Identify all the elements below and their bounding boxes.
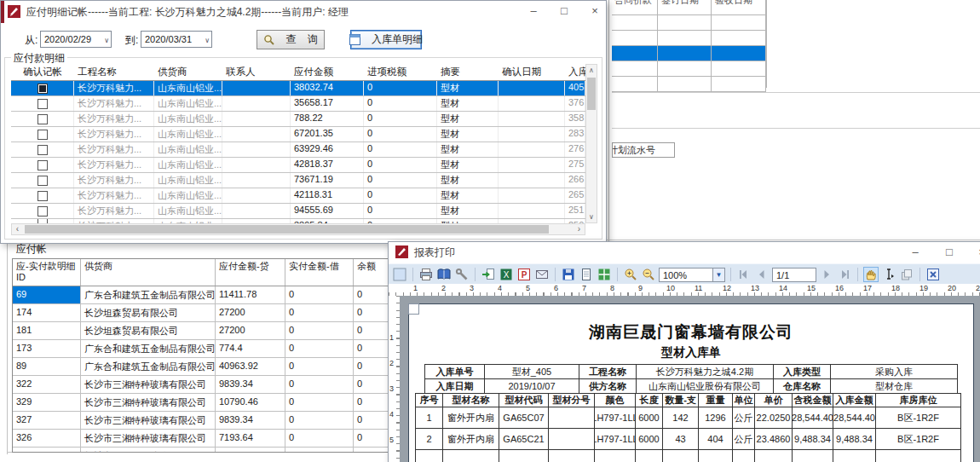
minimize-button[interactable]: –: [904, 242, 926, 264]
vertical-scrollbar[interactable]: ∧ ∨: [585, 64, 597, 223]
grid-cell: [712, 61, 766, 76]
summary-cell: 型材: [437, 96, 499, 111]
close-button[interactable]: ×: [584, 1, 606, 23]
payable-detail-window: 应付明细记帐------当前工程: 长沙万科魅力之城4.2期------当前用户…: [0, 0, 607, 244]
text-select-icon[interactable]: [881, 267, 896, 282]
to-date-select[interactable]: 2020/03/31∨: [141, 31, 212, 48]
book-preview-icon[interactable]: [436, 267, 452, 282]
close-preview-icon[interactable]: [925, 267, 941, 282]
payables-row[interactable]: 181长沙坦森贸易有限公司2720000: [13, 322, 389, 340]
column-header: 确认日期: [499, 64, 565, 80]
payable-row[interactable]: 长沙万科魅力...山东南山铝业...35658.170型材376: [11, 96, 585, 112]
confirm-checkbox[interactable]: [37, 99, 48, 109]
scroll-right-arrow[interactable]: ›: [574, 224, 585, 234]
payables-row[interactable]: 173广东合和建筑五金制品有限公司774.400: [13, 340, 389, 358]
zoom-in-icon[interactable]: [623, 267, 638, 282]
print-icon[interactable]: [418, 267, 434, 282]
close-button[interactable]: ×: [971, 242, 980, 264]
payables-row[interactable]: 69广东合和建筑五金制品有限公司11411.7800: [13, 286, 389, 304]
pdf-export-icon[interactable]: P: [516, 267, 532, 282]
confirm-checkbox[interactable]: [37, 145, 48, 155]
zoom-out-icon[interactable]: [641, 267, 656, 282]
detail-cell: B区-1R2F: [876, 429, 961, 450]
ruler-number: 12: [723, 284, 731, 292]
contact-cell: [222, 127, 291, 141]
payables-row[interactable]: 322长沙市三湘特种玻璃有限公司9839.3400: [13, 376, 389, 394]
confirm-checkbox[interactable]: [37, 114, 48, 124]
payable-row[interactable]: 长沙万科魅力...山东南山铝业...67201.350型材283: [11, 127, 585, 142]
payable-amount-cell: 774.4: [216, 340, 285, 357]
from-date-select[interactable]: 2020/02/29∨: [40, 31, 112, 48]
desktop: { "glyphs": {"minimize":"–","maximize":"…: [0, 0, 980, 462]
payables-row[interactable]: 327长沙市三湘特种玻璃有限公司9839.3400: [13, 412, 389, 430]
settings-icon[interactable]: [454, 267, 470, 282]
export-icon[interactable]: [481, 267, 496, 282]
background-grid-row[interactable]: [612, 31, 766, 46]
maximize-button[interactable]: □: [938, 242, 960, 264]
scrollbar-thumb[interactable]: [25, 225, 549, 234]
payable-row[interactable]: 长沙万科魅力...山东南山铝业...788.220型材358: [11, 112, 585, 127]
plan-serial-field[interactable]: 计划流水号: [612, 142, 675, 158]
first-page-icon[interactable]: [736, 267, 752, 282]
paid-amount-cell: 0: [285, 358, 354, 375]
ruler-number: 5: [389, 436, 394, 444]
last-page-icon[interactable]: [837, 267, 852, 282]
inbound-detail-button[interactable]: 入库单明细: [350, 30, 422, 49]
zoom-level-select[interactable]: 100%▼: [659, 268, 725, 282]
hand-tool-icon[interactable]: [863, 267, 879, 282]
next-page-icon[interactable]: [819, 267, 834, 282]
payable-row[interactable]: 长沙万科魅力...山东南山铝业...94555.690型材251: [11, 204, 585, 219]
payables-row[interactable]: 329长沙市三湘特种玻璃有限公司10790.4600: [13, 394, 389, 412]
chevron-down-icon[interactable]: ▼: [712, 269, 724, 281]
payables-row[interactable]: 长沙市三湘特种玻璃有限公司: [13, 448, 389, 452]
scroll-up-arrow[interactable]: ∧: [586, 65, 597, 76]
title-bar[interactable]: 报表打印 – □ ×: [389, 242, 980, 263]
info-label: 入库类型: [774, 365, 831, 379]
payables-row[interactable]: 326长沙市三湘特种玻璃有限公司7193.6400: [13, 430, 389, 448]
page-setup-icon[interactable]: [392, 267, 407, 282]
ruler-number: 14: [779, 284, 787, 292]
confirm-checkbox[interactable]: [37, 206, 48, 217]
confirm-checkbox[interactable]: [37, 176, 48, 186]
title-bar[interactable]: 应付明细记帐------当前工程: 长沙万科魅力之城4.2期------当前用户…: [1, 1, 606, 23]
email-icon[interactable]: [534, 267, 550, 282]
save-icon[interactable]: [561, 267, 576, 282]
background-grid-row[interactable]: [612, 77, 766, 92]
previous-page-icon[interactable]: [754, 267, 770, 282]
detail-cell: [549, 450, 595, 462]
scroll-down-arrow[interactable]: ∨: [586, 211, 597, 222]
payable-row[interactable]: 长沙万科魅力...山东南山铝业...42118.310型材265: [11, 188, 585, 204]
minimize-button[interactable]: –: [522, 1, 545, 23]
payable-row[interactable]: 长沙万科魅力...山东南山铝业...38032.740型材405: [11, 81, 585, 96]
copy-page-icon[interactable]: [899, 267, 914, 282]
horizontal-scrollbar[interactable]: ‹ ›: [11, 223, 585, 235]
project-cell: 长沙万科魅力...: [74, 96, 154, 111]
maximize-button[interactable]: □: [553, 1, 575, 23]
multi-page-icon[interactable]: [597, 267, 612, 282]
background-grid-row[interactable]: [612, 61, 766, 77]
confirm-checkbox[interactable]: [37, 84, 48, 94]
print-preview-area[interactable]: 湖南巨晟门窗幕墙有限公司 型材入库单 入库单号型材_405工程名称长沙万科魅力之…: [400, 296, 980, 462]
payables-row[interactable]: 174长沙坦森贸易有限公司2720000: [13, 304, 389, 322]
payable-amount-cell: 9839.34: [216, 376, 285, 393]
excel-export-icon[interactable]: X: [499, 267, 514, 282]
confirm-checkbox[interactable]: [37, 191, 48, 201]
background-grid-row[interactable]: [612, 15, 766, 31]
query-button[interactable]: 查 询: [257, 30, 325, 49]
confirm-checkbox[interactable]: [37, 130, 48, 140]
confirm-checkbox[interactable]: [37, 160, 48, 170]
payable-row[interactable]: 长沙万科魅力...山东南山铝业...73671.190型材266: [11, 173, 585, 188]
column-header: 入库: [565, 64, 585, 80]
page-number-input[interactable]: 1/1: [772, 268, 816, 282]
confirm-date-cell: [499, 96, 565, 111]
payable-row[interactable]: 长沙万科魅力...山东南山铝业...63929.460型材276: [11, 142, 585, 158]
payables-row[interactable]: 89广东合和建筑五金制品有限公司40963.9200: [13, 358, 389, 376]
scrollbar-thumb[interactable]: [587, 78, 596, 110]
contact-cell: [222, 158, 291, 172]
single-page-icon[interactable]: [579, 267, 594, 282]
payable-row[interactable]: 长沙万科魅力...山东南山铝业...42818.370型材275: [11, 158, 585, 173]
scroll-left-arrow[interactable]: ‹: [12, 224, 23, 234]
background-grid-row[interactable]: [612, 46, 766, 61]
detail-cell: [833, 450, 876, 462]
contact-cell: [222, 112, 291, 126]
